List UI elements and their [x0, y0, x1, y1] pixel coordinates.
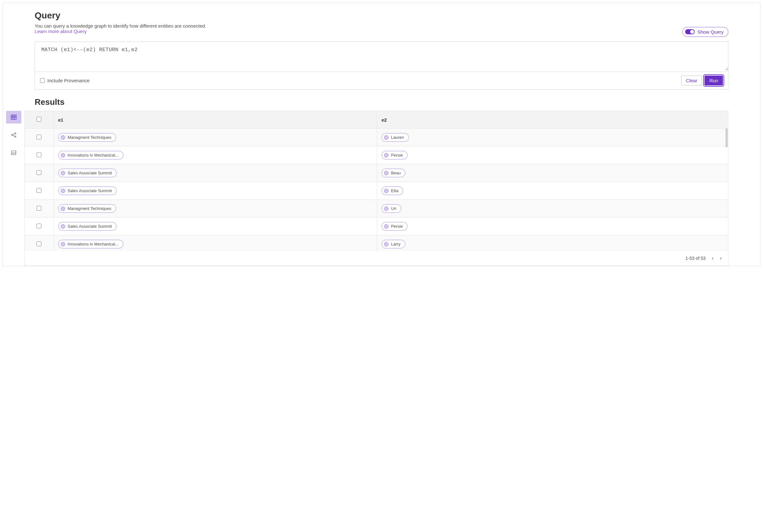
entity-dot-icon [61, 189, 65, 193]
entity-chip[interactable]: Persie [382, 222, 407, 230]
cell-e1: Sales Associate Summit [54, 164, 377, 182]
cell-e2: Lauren [377, 129, 728, 146]
include-provenance-label: Include Provenance [48, 78, 90, 83]
query-textarea[interactable] [35, 42, 728, 70]
query-title: Query [35, 11, 728, 21]
svg-point-7 [15, 136, 16, 137]
entity-dot-icon [61, 153, 65, 157]
entity-label: Sales Associate Summit [68, 224, 112, 229]
entity-chip[interactable]: Sales Associate Summit [58, 222, 117, 230]
entity-chip[interactable]: Persie [382, 151, 407, 159]
entity-dot-icon [384, 189, 388, 193]
row-checkbox[interactable] [37, 241, 41, 246]
cell-e2: Persie [377, 218, 728, 235]
column-header-e2[interactable]: e2 [377, 111, 728, 129]
entity-dot-icon [61, 207, 65, 211]
entity-chip[interactable]: Lauren [382, 133, 408, 142]
entity-label: Sales Associate Summit [68, 188, 112, 193]
entity-label: Uri [391, 206, 396, 211]
cell-e2: Larry [377, 235, 728, 251]
image-icon [11, 150, 17, 156]
pagination-range: 1-53 of 53 [686, 256, 706, 261]
entity-chip[interactable]: Managment Techniques [58, 133, 116, 142]
entity-chip[interactable]: Innovations in Mechanical... [58, 240, 123, 248]
table-view-button[interactable] [6, 111, 21, 124]
next-page-button[interactable]: › [720, 255, 722, 261]
row-checkbox-cell [25, 218, 54, 235]
learn-more-link[interactable]: Learn more about Query [35, 29, 86, 34]
entity-chip[interactable]: Managment Techniques [58, 204, 116, 213]
cell-e2: Persie [377, 146, 728, 164]
cell-e1: Managment Techniques [54, 200, 377, 218]
entity-dot-icon [384, 242, 388, 246]
entity-chip[interactable]: Sales Associate Summit [58, 169, 117, 177]
entity-chip[interactable]: Beau [382, 169, 405, 177]
entity-chip[interactable]: Uri [382, 204, 401, 213]
cell-e2: Uri [377, 200, 728, 218]
cell-e2: Beau [377, 164, 728, 182]
table-row: Sales Associate SummitBeau [25, 164, 728, 182]
header-checkbox-cell [25, 111, 54, 129]
svg-point-6 [15, 133, 16, 134]
results-view-sidebar [3, 111, 25, 266]
graph-view-button[interactable] [6, 129, 21, 141]
cell-e2: Etta [377, 182, 728, 200]
results-title: Results [35, 97, 728, 107]
entity-dot-icon [61, 135, 65, 140]
entity-label: Persie [391, 153, 403, 157]
cell-e1: Sales Associate Summit [54, 182, 377, 200]
row-checkbox[interactable] [37, 170, 41, 175]
entity-label: Innovations in Mechanical... [68, 153, 119, 157]
table-row: Managment TechniquesUri [25, 200, 728, 218]
entity-dot-icon [61, 224, 65, 229]
row-checkbox-cell [25, 146, 54, 164]
include-provenance-checkbox[interactable] [40, 78, 45, 83]
svg-line-9 [13, 135, 15, 136]
entity-dot-icon [384, 207, 388, 211]
entity-chip[interactable]: Innovations in Mechanical... [58, 151, 123, 159]
toggle-label: Show Query [697, 29, 723, 35]
entity-label: Larry [391, 242, 400, 246]
include-provenance[interactable]: Include Provenance [40, 78, 90, 83]
entity-dot-icon [61, 242, 65, 246]
results-table-container: e1 e2 Managment TechniquesLaurenInnovati… [25, 111, 728, 266]
table-row: Managment TechniquesLauren [25, 129, 728, 146]
row-checkbox[interactable] [37, 223, 41, 228]
prev-page-button[interactable]: ‹ [712, 255, 713, 261]
entity-dot-icon [384, 135, 388, 140]
row-checkbox[interactable] [37, 135, 41, 139]
query-editor-box: Include Provenance Clear Run [35, 42, 728, 90]
row-checkbox-cell [25, 129, 54, 146]
run-button[interactable]: Run [705, 76, 723, 85]
entity-label: Lauren [391, 135, 404, 140]
table-row: Sales Associate SummitPersie [25, 218, 728, 235]
table-row: Sales Associate SummitEtta [25, 182, 728, 200]
table-row: Innovations in Mechanical...Larry [25, 235, 728, 251]
row-checkbox-cell [25, 182, 54, 200]
entity-dot-icon [61, 171, 65, 175]
entity-label: Managment Techniques [68, 206, 112, 211]
column-header-e1[interactable]: e1 [54, 111, 377, 129]
scrollbar[interactable] [725, 128, 728, 147]
entity-chip[interactable]: Etta [382, 186, 403, 195]
entity-label: Beau [391, 171, 400, 175]
svg-line-8 [13, 133, 15, 135]
row-checkbox[interactable] [37, 188, 41, 193]
entity-label: Etta [391, 188, 398, 193]
entity-chip[interactable]: Sales Associate Summit [58, 186, 117, 195]
graph-icon [11, 132, 17, 138]
row-checkbox[interactable] [37, 206, 41, 211]
entity-label: Sales Associate Summit [68, 171, 112, 175]
select-all-checkbox[interactable] [37, 117, 41, 122]
entity-chip[interactable]: Larry [382, 240, 405, 248]
svg-point-5 [11, 134, 13, 135]
entity-label: Innovations in Mechanical... [68, 242, 119, 246]
row-checkbox-cell [25, 200, 54, 218]
results-table: e1 e2 Managment TechniquesLaurenInnovati… [25, 111, 728, 251]
show-query-toggle[interactable]: Show Query [682, 27, 728, 37]
cell-e1: Innovations in Mechanical... [54, 235, 377, 251]
image-view-button[interactable] [6, 146, 21, 159]
entity-dot-icon [384, 171, 388, 175]
row-checkbox[interactable] [37, 152, 41, 157]
clear-button[interactable]: Clear [681, 76, 702, 85]
